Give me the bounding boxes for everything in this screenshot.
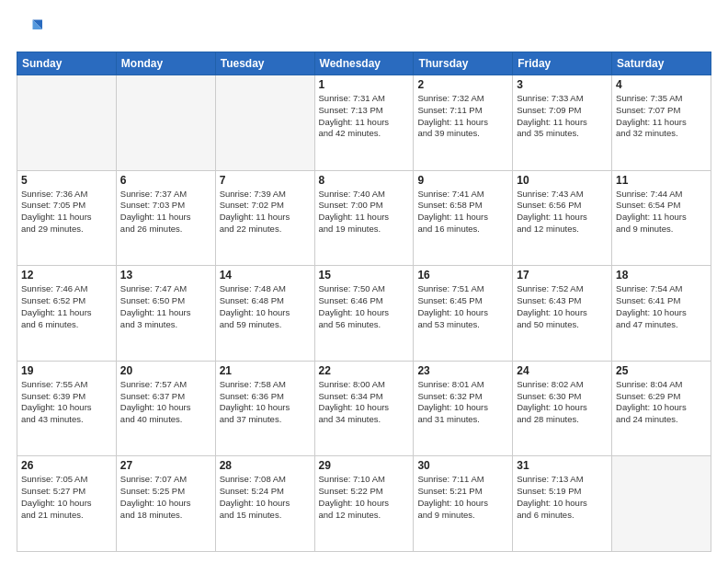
day-info: Sunrise: 7:13 AM Sunset: 5:19 PM Dayligh… <box>517 474 608 521</box>
empty-cell <box>612 456 711 552</box>
weekday-header-friday: Friday <box>513 52 612 75</box>
day-number: 30 <box>417 459 508 472</box>
day-info: Sunrise: 7:46 AM Sunset: 6:52 PM Dayligh… <box>21 283 112 330</box>
day-cell-1: 1Sunrise: 7:31 AM Sunset: 7:13 PM Daylig… <box>314 75 414 171</box>
day-info: Sunrise: 7:55 AM Sunset: 6:39 PM Dayligh… <box>21 379 112 426</box>
day-cell-21: 21Sunrise: 7:58 AM Sunset: 6:36 PM Dayli… <box>215 361 314 456</box>
day-number: 6 <box>120 174 211 187</box>
week-row-3: 19Sunrise: 7:55 AM Sunset: 6:39 PM Dayli… <box>17 361 711 456</box>
day-cell-24: 24Sunrise: 8:02 AM Sunset: 6:30 PM Dayli… <box>513 361 612 456</box>
day-number: 9 <box>417 174 508 187</box>
logo <box>17 17 46 42</box>
day-number: 12 <box>21 269 112 282</box>
day-info: Sunrise: 7:08 AM Sunset: 5:24 PM Dayligh… <box>220 474 311 521</box>
day-number: 4 <box>616 78 707 91</box>
day-number: 14 <box>220 269 311 282</box>
day-info: Sunrise: 7:31 AM Sunset: 7:13 PM Dayligh… <box>319 93 410 140</box>
day-cell-16: 16Sunrise: 7:51 AM Sunset: 6:45 PM Dayli… <box>414 266 513 362</box>
day-number: 31 <box>517 459 608 472</box>
day-cell-6: 6Sunrise: 7:37 AM Sunset: 7:03 PM Daylig… <box>116 170 215 266</box>
week-row-4: 26Sunrise: 7:05 AM Sunset: 5:27 PM Dayli… <box>17 456 711 552</box>
day-cell-5: 5Sunrise: 7:36 AM Sunset: 7:05 PM Daylig… <box>17 170 117 266</box>
day-info: Sunrise: 7:44 AM Sunset: 6:54 PM Dayligh… <box>616 189 707 236</box>
day-number: 21 <box>220 364 311 377</box>
day-info: Sunrise: 8:02 AM Sunset: 6:30 PM Dayligh… <box>517 379 608 426</box>
day-cell-23: 23Sunrise: 8:01 AM Sunset: 6:32 PM Dayli… <box>414 361 513 456</box>
day-info: Sunrise: 7:48 AM Sunset: 6:48 PM Dayligh… <box>220 283 311 330</box>
day-number: 20 <box>120 364 211 377</box>
day-number: 28 <box>220 459 311 472</box>
day-number: 7 <box>220 174 311 187</box>
day-cell-10: 10Sunrise: 7:43 AM Sunset: 6:56 PM Dayli… <box>513 170 612 266</box>
day-info: Sunrise: 8:01 AM Sunset: 6:32 PM Dayligh… <box>417 379 508 426</box>
day-info: Sunrise: 8:00 AM Sunset: 6:34 PM Dayligh… <box>319 379 410 426</box>
weekday-header-saturday: Saturday <box>612 52 711 75</box>
day-number: 18 <box>616 269 707 282</box>
weekday-header-thursday: Thursday <box>414 52 513 75</box>
day-info: Sunrise: 7:33 AM Sunset: 7:09 PM Dayligh… <box>517 93 608 140</box>
day-cell-28: 28Sunrise: 7:08 AM Sunset: 5:24 PM Dayli… <box>215 456 314 552</box>
header <box>17 17 711 42</box>
empty-cell <box>116 75 215 171</box>
day-info: Sunrise: 7:36 AM Sunset: 7:05 PM Dayligh… <box>21 189 112 236</box>
week-row-1: 5Sunrise: 7:36 AM Sunset: 7:05 PM Daylig… <box>17 170 711 266</box>
day-info: Sunrise: 7:41 AM Sunset: 6:58 PM Dayligh… <box>417 189 508 236</box>
day-cell-31: 31Sunrise: 7:13 AM Sunset: 5:19 PM Dayli… <box>513 456 612 552</box>
day-info: Sunrise: 7:58 AM Sunset: 6:36 PM Dayligh… <box>220 379 311 426</box>
day-number: 16 <box>417 269 508 282</box>
day-number: 13 <box>120 269 211 282</box>
day-cell-27: 27Sunrise: 7:07 AM Sunset: 5:25 PM Dayli… <box>116 456 215 552</box>
day-number: 8 <box>319 174 410 187</box>
day-info: Sunrise: 7:50 AM Sunset: 6:46 PM Dayligh… <box>319 283 410 330</box>
day-cell-19: 19Sunrise: 7:55 AM Sunset: 6:39 PM Dayli… <box>17 361 117 456</box>
week-row-2: 12Sunrise: 7:46 AM Sunset: 6:52 PM Dayli… <box>17 266 711 362</box>
day-info: Sunrise: 7:10 AM Sunset: 5:22 PM Dayligh… <box>319 474 410 521</box>
day-cell-12: 12Sunrise: 7:46 AM Sunset: 6:52 PM Dayli… <box>17 266 117 362</box>
day-cell-15: 15Sunrise: 7:50 AM Sunset: 6:46 PM Dayli… <box>314 266 414 362</box>
day-number: 27 <box>120 459 211 472</box>
day-number: 3 <box>517 78 608 91</box>
day-number: 1 <box>319 78 410 91</box>
day-info: Sunrise: 7:37 AM Sunset: 7:03 PM Dayligh… <box>120 189 211 236</box>
weekday-header-wednesday: Wednesday <box>314 52 414 75</box>
day-number: 2 <box>417 78 508 91</box>
day-cell-3: 3Sunrise: 7:33 AM Sunset: 7:09 PM Daylig… <box>513 75 612 171</box>
page: SundayMondayTuesdayWednesdayThursdayFrid… <box>0 0 728 563</box>
day-number: 29 <box>319 459 410 472</box>
day-number: 15 <box>319 269 410 282</box>
day-cell-25: 25Sunrise: 8:04 AM Sunset: 6:29 PM Dayli… <box>612 361 711 456</box>
generalblue-logo-icon <box>17 17 42 42</box>
day-number: 25 <box>616 364 707 377</box>
weekday-header-tuesday: Tuesday <box>215 52 314 75</box>
day-cell-22: 22Sunrise: 8:00 AM Sunset: 6:34 PM Dayli… <box>314 361 414 456</box>
day-number: 22 <box>319 364 410 377</box>
week-row-0: 1Sunrise: 7:31 AM Sunset: 7:13 PM Daylig… <box>17 75 711 171</box>
weekday-header-row: SundayMondayTuesdayWednesdayThursdayFrid… <box>17 52 711 75</box>
day-number: 19 <box>21 364 112 377</box>
day-number: 5 <box>21 174 112 187</box>
weekday-header-sunday: Sunday <box>17 52 117 75</box>
calendar-table: SundayMondayTuesdayWednesdayThursdayFrid… <box>17 52 711 552</box>
day-number: 23 <box>417 364 508 377</box>
day-cell-4: 4Sunrise: 7:35 AM Sunset: 7:07 PM Daylig… <box>612 75 711 171</box>
day-cell-2: 2Sunrise: 7:32 AM Sunset: 7:11 PM Daylig… <box>414 75 513 171</box>
day-number: 11 <box>616 174 707 187</box>
day-cell-9: 9Sunrise: 7:41 AM Sunset: 6:58 PM Daylig… <box>414 170 513 266</box>
day-cell-29: 29Sunrise: 7:10 AM Sunset: 5:22 PM Dayli… <box>314 456 414 552</box>
day-info: Sunrise: 7:54 AM Sunset: 6:41 PM Dayligh… <box>616 283 707 330</box>
day-cell-26: 26Sunrise: 7:05 AM Sunset: 5:27 PM Dayli… <box>17 456 117 552</box>
day-info: Sunrise: 7:05 AM Sunset: 5:27 PM Dayligh… <box>21 474 112 521</box>
day-cell-30: 30Sunrise: 7:11 AM Sunset: 5:21 PM Dayli… <box>414 456 513 552</box>
day-info: Sunrise: 7:07 AM Sunset: 5:25 PM Dayligh… <box>120 474 211 521</box>
day-cell-11: 11Sunrise: 7:44 AM Sunset: 6:54 PM Dayli… <box>612 170 711 266</box>
day-cell-18: 18Sunrise: 7:54 AM Sunset: 6:41 PM Dayli… <box>612 266 711 362</box>
day-cell-13: 13Sunrise: 7:47 AM Sunset: 6:50 PM Dayli… <box>116 266 215 362</box>
day-cell-7: 7Sunrise: 7:39 AM Sunset: 7:02 PM Daylig… <box>215 170 314 266</box>
day-info: Sunrise: 7:43 AM Sunset: 6:56 PM Dayligh… <box>517 189 608 236</box>
day-info: Sunrise: 7:35 AM Sunset: 7:07 PM Dayligh… <box>616 93 707 140</box>
empty-cell <box>17 75 117 171</box>
day-info: Sunrise: 7:52 AM Sunset: 6:43 PM Dayligh… <box>517 283 608 330</box>
day-info: Sunrise: 7:32 AM Sunset: 7:11 PM Dayligh… <box>417 93 508 140</box>
day-number: 10 <box>517 174 608 187</box>
day-info: Sunrise: 7:11 AM Sunset: 5:21 PM Dayligh… <box>417 474 508 521</box>
